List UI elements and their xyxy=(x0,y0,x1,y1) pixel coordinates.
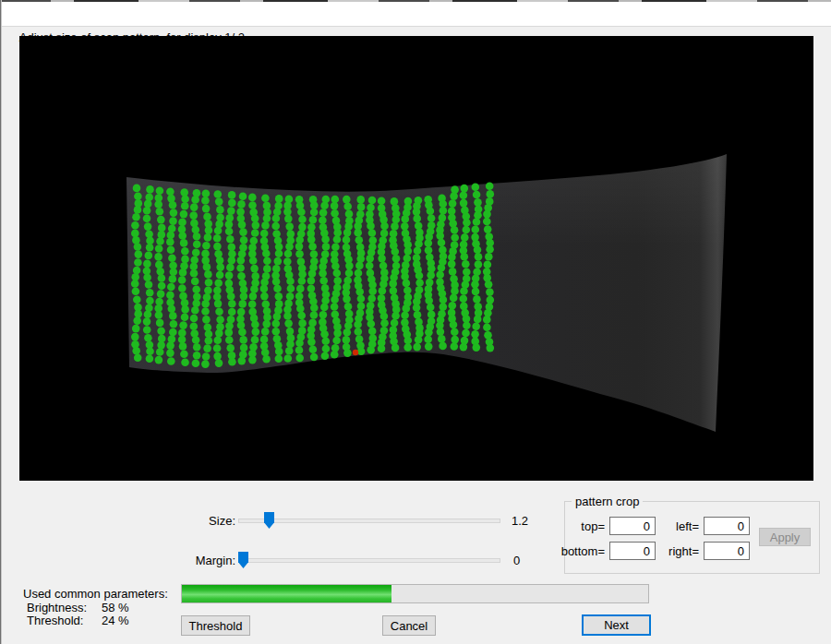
red-marker-dot xyxy=(353,350,358,355)
threshold-param-value: 24 % xyxy=(102,614,129,627)
threshold-button[interactable]: Threshold xyxy=(181,615,250,636)
scan-preview-canvas xyxy=(19,36,813,481)
crop-top-label: top= xyxy=(566,519,605,534)
apply-button[interactable]: Apply xyxy=(759,528,811,546)
brightness-value: 58 % xyxy=(102,601,129,614)
window-left-border xyxy=(0,0,2,644)
margin-label: Margin: xyxy=(180,554,235,568)
threshold-param-label: Threshold: xyxy=(27,614,83,627)
crop-top-input[interactable] xyxy=(609,517,656,535)
brightness-label: Brightness: xyxy=(27,601,87,614)
used-parameters-heading: Used common parameters: xyxy=(23,587,168,601)
next-button[interactable]: Next xyxy=(582,614,651,636)
screen-scene xyxy=(19,36,813,481)
margin-slider-thumb[interactable] xyxy=(238,552,248,568)
margin-value: 0 xyxy=(513,554,541,568)
crop-right-input[interactable] xyxy=(704,542,750,560)
crop-left-input[interactable] xyxy=(704,517,750,535)
titlebar: Adjust size of scan pattern for display … xyxy=(2,2,831,27)
size-slider-thumb[interactable] xyxy=(264,512,274,529)
crop-bottom-input[interactable] xyxy=(609,542,656,560)
dialog-window: Adjust size of scan pattern for display … xyxy=(0,0,831,644)
progress-fill xyxy=(182,585,391,602)
pattern-crop-title: pattern crop xyxy=(572,495,643,508)
scan-progress-bar xyxy=(181,584,649,603)
size-value: 1.2 xyxy=(512,514,543,529)
cancel-button[interactable]: Cancel xyxy=(382,615,436,636)
crop-right-label: right= xyxy=(660,544,699,559)
crop-bottom-label: bottom= xyxy=(552,544,605,559)
margin-slider-track[interactable] xyxy=(238,558,500,563)
size-label: Size: xyxy=(185,514,235,529)
crop-left-label: left= xyxy=(660,519,699,534)
size-slider-track[interactable] xyxy=(238,519,500,523)
